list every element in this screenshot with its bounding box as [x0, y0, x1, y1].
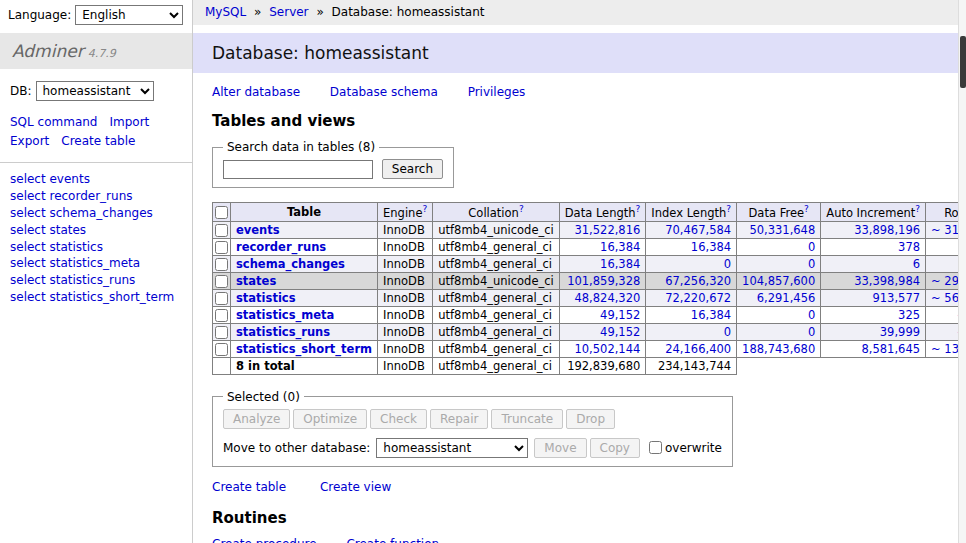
- search-button[interactable]: Search: [382, 159, 443, 179]
- move-button[interactable]: Move: [534, 438, 586, 458]
- index-length-link[interactable]: 70,467,584: [665, 223, 731, 237]
- privileges-link[interactable]: Privileges: [468, 85, 526, 99]
- help-link[interactable]: ?: [519, 204, 524, 214]
- data-length-link[interactable]: 48,824,320: [574, 291, 640, 305]
- auto-increment-link[interactable]: 33,898,196: [854, 223, 920, 237]
- data-free-link[interactable]: 50,331,648: [749, 223, 815, 237]
- sidebar-table-link[interactable]: select events: [10, 172, 182, 188]
- overwrite-checkbox[interactable]: [649, 441, 662, 454]
- column-header[interactable]: Auto Increment?: [821, 203, 926, 222]
- import-link[interactable]: Import: [109, 115, 149, 129]
- data-length-link[interactable]: 10,502,144: [574, 342, 640, 356]
- row-checkbox[interactable]: [215, 258, 228, 271]
- table-name-link[interactable]: schema_changes: [236, 257, 345, 271]
- language-select[interactable]: English: [75, 5, 183, 25]
- auto-increment-link[interactable]: 325: [898, 308, 920, 322]
- data-free-link[interactable]: 0: [808, 308, 815, 322]
- table-name-link[interactable]: states: [236, 274, 276, 288]
- auto-increment-link[interactable]: 6: [913, 257, 920, 271]
- data-length-link[interactable]: 16,384: [600, 240, 640, 254]
- column-header[interactable]: Data Free?: [737, 203, 821, 222]
- help-link[interactable]: ?: [636, 204, 641, 214]
- data-free-link[interactable]: 6,291,456: [757, 291, 816, 305]
- select-all-checkbox[interactable]: [215, 206, 228, 219]
- sidebar-table-link[interactable]: select statistics_meta: [10, 256, 182, 272]
- data-free-link[interactable]: 0: [808, 325, 815, 339]
- sidebar-table-links: select eventsselect recorder_runsselect …: [0, 163, 192, 316]
- column-header[interactable]: Engine?: [378, 203, 433, 222]
- row-checkbox[interactable]: [215, 275, 228, 288]
- row-checkbox[interactable]: [215, 343, 228, 356]
- scrollbar[interactable]: [958, 0, 966, 543]
- row-checkbox[interactable]: [215, 224, 228, 237]
- index-length-link[interactable]: 24,166,400: [665, 342, 731, 356]
- repair-button[interactable]: Repair: [430, 409, 488, 429]
- index-length-link[interactable]: 67,256,320: [665, 274, 731, 288]
- row-checkbox[interactable]: [215, 326, 228, 339]
- data-free-link[interactable]: 0: [808, 257, 815, 271]
- help-link[interactable]: ?: [804, 204, 809, 214]
- sidebar-table-link[interactable]: select statistics: [10, 240, 182, 256]
- drop-button[interactable]: Drop: [566, 409, 615, 429]
- table-name-link[interactable]: statistics_short_term: [236, 342, 372, 356]
- sidebar-table-link[interactable]: select states: [10, 223, 182, 239]
- scrollbar-thumb[interactable]: [960, 36, 966, 88]
- index-length-link[interactable]: 0: [724, 325, 731, 339]
- database-schema-link[interactable]: Database schema: [330, 85, 438, 99]
- sidebar-table-link[interactable]: select statistics_short_term: [10, 290, 182, 306]
- create-table-link[interactable]: Create table: [212, 480, 286, 494]
- data-length-link[interactable]: 16,384: [600, 257, 640, 271]
- table-name-link[interactable]: events: [236, 223, 280, 237]
- auto-increment-link[interactable]: 39,999: [880, 325, 920, 339]
- index-length-link[interactable]: 16,384: [691, 240, 731, 254]
- index-length-link[interactable]: 0: [724, 257, 731, 271]
- alter-database-link[interactable]: Alter database: [212, 85, 300, 99]
- data-length-link[interactable]: 49,152: [600, 325, 640, 339]
- help-link[interactable]: ?: [726, 204, 731, 214]
- export-link[interactable]: Export: [10, 134, 49, 148]
- sql-command-link[interactable]: SQL command: [10, 115, 97, 129]
- optimize-button[interactable]: Optimize: [293, 409, 367, 429]
- create-table-link-sidebar[interactable]: Create table: [61, 134, 135, 148]
- column-header[interactable]: Collation?: [433, 203, 560, 222]
- check-button[interactable]: Check: [370, 409, 427, 429]
- auto-increment-link[interactable]: 913,577: [872, 291, 920, 305]
- table-name-link[interactable]: statistics_meta: [236, 308, 334, 322]
- table-name-link[interactable]: statistics: [236, 291, 296, 305]
- index-length-link[interactable]: 16,384: [691, 308, 731, 322]
- data-free-link[interactable]: 0: [808, 240, 815, 254]
- data-free-link[interactable]: 188,743,680: [742, 342, 815, 356]
- row-checkbox[interactable]: [215, 309, 228, 322]
- data-length-link[interactable]: 31,522,816: [574, 223, 640, 237]
- sidebar-table-link[interactable]: select recorder_runs: [10, 189, 182, 205]
- data-length-link[interactable]: 49,152: [600, 308, 640, 322]
- truncate-button[interactable]: Truncate: [491, 409, 563, 429]
- column-header[interactable]: Data Length?: [559, 203, 646, 222]
- auto-increment-link[interactable]: 33,398,984: [854, 274, 920, 288]
- auto-increment-link[interactable]: 378: [898, 240, 920, 254]
- index-length-link[interactable]: 72,220,672: [665, 291, 731, 305]
- create-view-link[interactable]: Create view: [320, 480, 391, 494]
- copy-button[interactable]: Copy: [590, 438, 640, 458]
- sidebar-table-link[interactable]: select statistics_runs: [10, 273, 182, 289]
- create-function-link[interactable]: Create function: [346, 537, 439, 543]
- search-input[interactable]: [223, 160, 373, 179]
- sidebar-table-link[interactable]: select schema_changes: [10, 206, 182, 222]
- table-name-link[interactable]: recorder_runs: [236, 240, 326, 254]
- breadcrumb-mysql-link[interactable]: MySQL: [205, 5, 246, 19]
- db-select[interactable]: homeassistant: [36, 81, 154, 101]
- move-database-select[interactable]: homeassistant: [376, 438, 528, 458]
- column-header[interactable]: Table: [231, 203, 378, 222]
- create-procedure-link[interactable]: Create procedure: [212, 537, 317, 543]
- table-name-link[interactable]: statistics_runs: [236, 325, 330, 339]
- auto-increment-link[interactable]: 8,581,645: [862, 342, 921, 356]
- row-checkbox[interactable]: [215, 292, 228, 305]
- column-header[interactable]: Index Length?: [646, 203, 737, 222]
- row-checkbox[interactable]: [215, 241, 228, 254]
- breadcrumb-server-link[interactable]: Server: [269, 5, 308, 19]
- help-link[interactable]: ?: [422, 204, 427, 214]
- data-length-link[interactable]: 101,859,328: [567, 274, 640, 288]
- analyze-button[interactable]: Analyze: [223, 409, 290, 429]
- data-free-link[interactable]: 104,857,600: [742, 274, 815, 288]
- help-link[interactable]: ?: [915, 204, 920, 214]
